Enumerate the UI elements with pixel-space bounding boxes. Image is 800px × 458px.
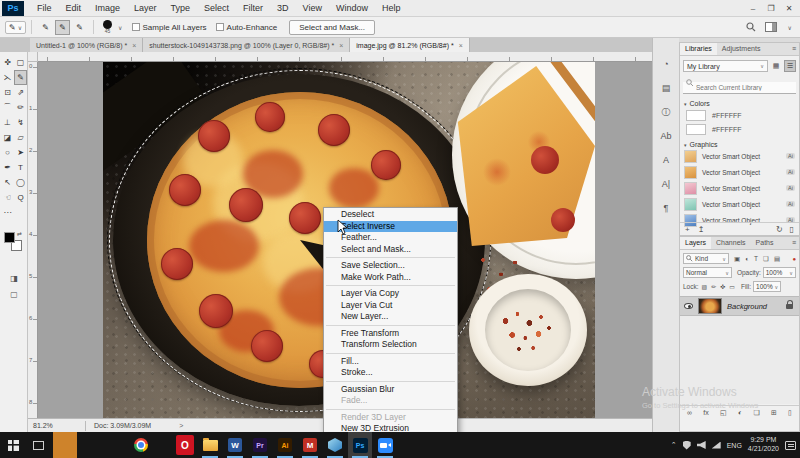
security-tray-icon[interactable] [683, 441, 691, 450]
context-menu-item[interactable]: Free Transform [324, 328, 457, 340]
tray-expand-icon[interactable]: ⌃ [671, 441, 677, 449]
selection-mode-button[interactable]: ✎ [72, 20, 87, 35]
tool-button[interactable]: ⊥ [1, 115, 14, 130]
layers-bottom-icon[interactable]: ❏ [753, 409, 759, 417]
layer-row-background[interactable]: Background [680, 296, 799, 316]
lock-icon[interactable]: ✏ [711, 283, 716, 290]
search-icon[interactable] [746, 22, 756, 32]
document-tab[interactable]: Untitled-1 @ 100% (RGB/8) * × [30, 38, 143, 52]
context-menu-item[interactable] [324, 323, 457, 328]
sync-library-icon[interactable]: ↻ [776, 225, 783, 234]
context-menu-item[interactable]: Fill... [324, 356, 457, 368]
filter-icon[interactable]: ▤ [774, 255, 780, 263]
filter-toggle-icon[interactable]: ● [792, 256, 796, 262]
menu-item[interactable]: Window [329, 0, 375, 16]
opacity-field[interactable]: 100% ∨ [763, 267, 796, 278]
context-menu-item[interactable]: Layer Via Copy [324, 288, 457, 300]
tool-button[interactable]: ✜ [1, 55, 14, 70]
library-asset-row[interactable]: Vector Smart Object Ai [680, 164, 799, 180]
status-menu-arrow[interactable]: > [179, 422, 183, 429]
context-menu-item[interactable]: Render 3D Layer [324, 412, 457, 424]
screen-mode-icon[interactable]: ▢ [0, 290, 28, 299]
tab-paths[interactable]: Paths [751, 237, 779, 249]
tool-button[interactable]: ↯ [14, 115, 27, 130]
menu-item[interactable]: Help [375, 0, 408, 16]
tool-button[interactable]: ○ [1, 145, 14, 160]
library-asset-row[interactable]: Vector Smart Object Ai [680, 196, 799, 212]
foreground-color-swatch[interactable] [4, 232, 15, 243]
tool-button[interactable]: ☜ [1, 190, 14, 205]
delete-library-item-icon[interactable]: ▯ [790, 225, 794, 234]
color-swatch-row[interactable]: #FFFFFF [686, 124, 799, 135]
volume-icon[interactable] [697, 441, 706, 449]
brush-size-picker[interactable]: 45 [103, 20, 112, 34]
notification-center-icon[interactable] [785, 441, 796, 450]
import-library-icon[interactable]: ↥ [698, 225, 705, 234]
tool-button[interactable]: ◪ [1, 130, 14, 145]
tool-button[interactable]: ➤ [14, 145, 27, 160]
tool-button[interactable]: Q [14, 190, 27, 205]
panel-menu-icon[interactable]: ≡ [792, 237, 799, 249]
taskbar-app-button[interactable] [26, 432, 50, 458]
lock-icon[interactable]: ▨ [702, 283, 708, 290]
layers-bottom-icon[interactable]: ◱ [720, 409, 727, 417]
tool-button[interactable]: ↖ [1, 175, 14, 190]
tool-button[interactable]: ✏ [14, 100, 27, 115]
layers-bottom-icon[interactable]: ◐ [738, 409, 742, 416]
tool-button[interactable]: T [14, 160, 27, 175]
context-menu-item[interactable]: Save Selection... [324, 260, 457, 272]
graphics-section-header[interactable]: ▾ Graphics [684, 141, 799, 148]
context-menu-item[interactable] [324, 379, 457, 384]
colors-section-header[interactable]: ▾ Colors [684, 100, 799, 107]
library-asset-row[interactable]: Vector Smart Object Ai [680, 148, 799, 164]
tool-button[interactable]: ✎ [14, 70, 27, 85]
visibility-eye-icon[interactable] [684, 303, 693, 309]
library-search-input[interactable] [683, 82, 796, 94]
context-menu-item[interactable] [324, 407, 457, 412]
panel-icon[interactable]: ⓘ [653, 100, 679, 124]
panel-icon[interactable]: Ab [653, 124, 679, 148]
tool-button[interactable]: ▱ [14, 130, 27, 145]
taskbar-app-button[interactable]: Ps [348, 432, 372, 458]
tab-libraries[interactable]: Libraries [680, 43, 717, 55]
document-tab[interactable]: image.jpg @ 81.2% (RGB/8#) * × [350, 38, 469, 52]
close-icon[interactable]: × [339, 42, 343, 49]
menu-item[interactable]: File [30, 0, 59, 16]
panel-icon[interactable]: ¶ [653, 196, 679, 220]
language-indicator[interactable]: ENG [727, 442, 742, 449]
library-select[interactable]: My Library ∨ [683, 60, 768, 72]
panel-icon[interactable]: ◔ [653, 52, 679, 76]
lock-icon[interactable]: ✜ [720, 283, 725, 290]
context-menu-item[interactable]: Transform Selection [324, 339, 457, 351]
layers-bottom-icon[interactable]: ∞ [687, 409, 692, 416]
close-icon[interactable]: × [132, 42, 136, 49]
context-menu-item[interactable] [324, 255, 457, 260]
panel-icon[interactable]: A| [653, 172, 679, 196]
swap-colors-icon[interactable]: ⇄ [17, 230, 22, 237]
layers-bottom-icon[interactable]: ▯ [788, 409, 792, 417]
close-button[interactable]: ✕ [780, 0, 798, 16]
filter-kind-select[interactable]: Kind ∨ [683, 253, 729, 264]
minimize-button[interactable]: – [744, 0, 762, 16]
tool-button[interactable]: ◯ [14, 175, 27, 190]
context-menu-item[interactable]: Select and Mask... [324, 244, 457, 256]
panel-icon[interactable]: ▤ [653, 76, 679, 100]
context-menu-item[interactable] [324, 351, 457, 356]
taskbar-app-button[interactable] [1, 432, 25, 458]
context-menu-item[interactable]: Fade... [324, 395, 457, 407]
taskbar-app-button[interactable] [198, 432, 222, 458]
menu-item[interactable]: Image [88, 0, 127, 16]
tool-preset-dropdown[interactable]: ✎ ∨ [5, 21, 26, 34]
tab-adjustments[interactable]: Adjustments [717, 43, 766, 55]
filter-icon[interactable]: T [754, 255, 758, 262]
close-icon[interactable]: × [459, 42, 463, 49]
selection-mode-button[interactable]: ✎ [38, 20, 53, 35]
network-icon[interactable] [712, 442, 721, 449]
tab-channels[interactable]: Channels [711, 237, 751, 249]
panel-menu-icon[interactable]: ≡ [792, 43, 799, 55]
color-swatch-row[interactable]: #FFFFFF [686, 110, 799, 121]
panel-icon[interactable]: A [653, 148, 679, 172]
workspace-icon[interactable] [765, 22, 777, 32]
tab-layers[interactable]: Layers [680, 237, 711, 249]
tool-button[interactable]: ⌒ [1, 100, 14, 115]
